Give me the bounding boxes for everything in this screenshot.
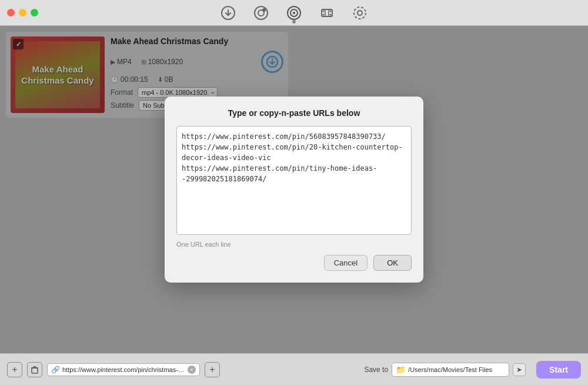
svg-point-1 [255, 6, 268, 19]
add-url-button[interactable]: + [205, 362, 220, 377]
link-icon: 🔗 [51, 366, 60, 374]
modal-hint: One URL each line [176, 241, 412, 248]
maximize-button[interactable] [31, 9, 38, 16]
window-controls [7, 9, 38, 16]
nav-icons [220, 5, 368, 21]
save-to-section: Save to 📁 /Users/mac/Movies/Test Files ➤ [364, 363, 526, 377]
clear-url-button[interactable]: × [188, 366, 196, 374]
url-text: https://www.pinterest.com/pin/christmas-… [62, 366, 185, 373]
save-to-label: Save to [364, 366, 388, 374]
url-textarea[interactable] [176, 126, 412, 235]
main-content: ✓ Make Ahead Christmas Candy Make Ahead … [0, 26, 588, 353]
url-bar: 🔗 https://www.pinterest.com/pin/christma… [47, 363, 200, 376]
svg-point-10 [330, 10, 332, 12]
film-icon[interactable] [319, 5, 335, 21]
svg-point-11 [330, 14, 332, 15]
svg-point-6 [293, 12, 295, 14]
save-path-bar: 📁 /Users/mac/Movies/Test Files [392, 363, 509, 377]
svg-rect-17 [32, 368, 38, 373]
url-modal: Type or copy-n-paste URLs below One URL … [165, 97, 423, 283]
cancel-button[interactable]: Cancel [324, 255, 368, 271]
add-item-button[interactable]: + [7, 362, 22, 377]
browse-path-button[interactable]: ➤ [513, 363, 526, 376]
minimize-button[interactable] [19, 9, 26, 16]
svg-point-15 [354, 7, 366, 19]
modal-overlay: Type or copy-n-paste URLs below One URL … [0, 26, 588, 353]
ok-button[interactable]: OK [373, 255, 412, 271]
save-path-text: /Users/mac/Movies/Test Files [408, 366, 492, 373]
bottombar: + 🔗 https://www.pinterest.com/pin/christ… [0, 353, 588, 385]
delete-item-button[interactable] [27, 362, 42, 377]
titlebar [0, 0, 588, 26]
start-button[interactable]: Start [536, 361, 581, 379]
svg-point-3 [262, 8, 266, 12]
close-button[interactable] [7, 9, 15, 16]
folder-icon: 📁 [396, 365, 406, 374]
modal-buttons: Cancel OK [176, 255, 412, 271]
record-icon[interactable] [253, 5, 269, 21]
gear-icon[interactable] [352, 5, 368, 21]
svg-point-8 [323, 10, 325, 12]
svg-point-9 [323, 14, 325, 15]
svg-point-14 [358, 11, 362, 15]
modal-title: Type or copy-n-paste URLs below [176, 108, 412, 118]
video-convert-icon[interactable] [286, 5, 302, 21]
download-circle-icon[interactable] [220, 5, 236, 21]
